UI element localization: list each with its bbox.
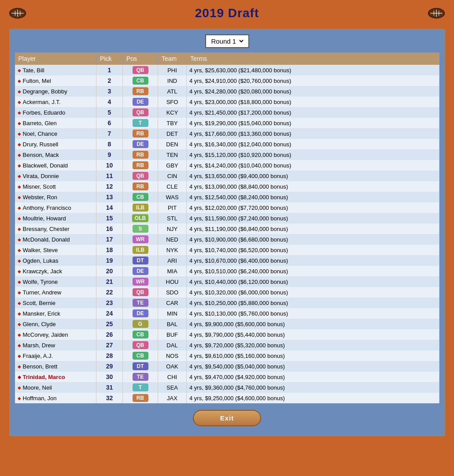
- player-name: ◆Forbes, Eduardo: [18, 109, 94, 116]
- table-row: ◆Forbes, Eduardo5QBKCY4 yrs, $21,450,000…: [15, 107, 439, 118]
- pick-number: 11: [106, 172, 113, 179]
- pick-number: 13: [106, 193, 113, 201]
- pick-cell: 31: [96, 382, 123, 393]
- pick-cell: 19: [96, 255, 123, 266]
- player-cell: ◆Scott, Bernie: [15, 298, 96, 308]
- pick-cell: 4: [96, 97, 123, 107]
- pick-number: 12: [106, 183, 113, 190]
- pick-number: 15: [106, 215, 113, 222]
- pos-cell: DE: [123, 266, 158, 276]
- table-row: ◆Noel, Chance7RBDET4 yrs, $17,660,000 ($…: [15, 128, 439, 139]
- player-cell: ◆Ogden, Lukas: [15, 255, 96, 266]
- pick-cell: 27: [96, 340, 123, 350]
- col-header-player: Player: [15, 52, 96, 65]
- team-cell: JAX: [158, 393, 187, 403]
- pick-cell: 3: [96, 86, 123, 97]
- player-name: ◆Mansker, Erick: [18, 310, 94, 317]
- diamond-icon: ◆: [18, 110, 21, 115]
- pos-cell: DT: [123, 361, 158, 372]
- table-row: ◆Ackerman, J.T.4DESFO4 yrs, $23,000,000 …: [15, 97, 439, 107]
- pick-number: 14: [106, 204, 113, 211]
- diamond-icon: ◆: [18, 195, 21, 200]
- player-cell: ◆Barreto, Glen: [15, 118, 96, 128]
- player-name: ◆McCorvey, Jaiden: [18, 331, 94, 338]
- table-row: ◆Ogden, Lukas19DTARI4 yrs, $10,670,000 (…: [15, 255, 439, 266]
- pick-cell: 25: [96, 319, 123, 329]
- football-right-icon: [428, 7, 445, 19]
- pick-cell: 23: [96, 298, 123, 308]
- terms-cell: 4 yrs, $9,540,000 ($5,040,000 bonus): [187, 361, 439, 372]
- diamond-icon: ◆: [18, 131, 21, 136]
- pos-cell: RB: [123, 86, 158, 97]
- team-cell: SFO: [158, 97, 187, 107]
- player-cell: ◆Turner, Andrew: [15, 287, 96, 298]
- terms-cell: 4 yrs, $10,900,000 ($6,680,000 bonus): [187, 234, 439, 245]
- team-cell: PIT: [158, 202, 187, 213]
- position-badge: G: [133, 320, 148, 328]
- player-name: ◆Walker, Steve: [18, 247, 94, 253]
- diamond-icon: ◆: [18, 353, 21, 358]
- pick-cell: 5: [96, 107, 123, 118]
- player-cell: ◆Walker, Steve: [15, 245, 96, 255]
- position-badge: T: [133, 119, 148, 127]
- position-badge: ILB: [133, 246, 148, 254]
- team-cell: SDO: [158, 287, 187, 298]
- table-row: ◆Misner, Scott12RBCLE4 yrs, $13,090,000 …: [15, 181, 439, 192]
- team-cell: NED: [158, 234, 187, 245]
- player-name: ◆Virata, Donnie: [18, 173, 94, 179]
- diamond-icon: ◆: [18, 227, 21, 231]
- diamond-icon: ◆: [18, 311, 21, 316]
- table-row: ◆Fraaije, A.J.28CBNOS4 yrs, $9,610,000 (…: [15, 350, 439, 361]
- terms-cell: 4 yrs, $10,320,000 ($6,000,000 bonus): [187, 287, 439, 298]
- terms-cell: 4 yrs, $13,650,000 ($9,400,000 bonus): [187, 171, 439, 181]
- pick-cell: 16: [96, 223, 123, 234]
- player-cell: ◆Krawczyk, Jack: [15, 266, 96, 276]
- team-cell: DAL: [158, 340, 187, 350]
- player-name: ◆Ackerman, J.T.: [18, 99, 94, 105]
- team-cell: BAL: [158, 319, 187, 329]
- pick-number: 27: [106, 342, 113, 349]
- team-cell: DEN: [158, 139, 187, 149]
- diamond-icon: ◆: [18, 142, 21, 147]
- pick-cell: 26: [96, 329, 123, 340]
- position-badge: QB: [133, 341, 148, 349]
- pos-cell: WR: [123, 234, 158, 245]
- table-row: ◆Turner, Andrew22QBSDO4 yrs, $10,320,000…: [15, 287, 439, 298]
- position-badge: RB: [133, 130, 148, 138]
- diamond-icon: ◆: [18, 237, 21, 242]
- exit-button[interactable]: Exit: [193, 410, 262, 426]
- position-badge: RB: [133, 151, 148, 159]
- team-cell: NJY: [158, 223, 187, 234]
- pick-number: 23: [106, 299, 113, 306]
- team-cell: DET: [158, 128, 187, 139]
- table-row: ◆Walker, Steve18ILBNYK4 yrs, $10,740,000…: [15, 245, 439, 255]
- pick-number: 18: [106, 246, 113, 253]
- position-badge: DT: [133, 362, 148, 370]
- pick-number: 28: [106, 352, 113, 359]
- pos-cell: ILB: [123, 245, 158, 255]
- pick-number: 6: [108, 119, 111, 126]
- table-row: ◆Bressany, Chester16SNJY4 yrs, $11,190,0…: [15, 223, 439, 234]
- pos-cell: CB: [123, 75, 158, 86]
- diamond-icon: ◆: [18, 343, 21, 348]
- position-badge: QB: [133, 66, 148, 74]
- terms-cell: 4 yrs, $9,470,000 ($4,920,000 bonus): [187, 372, 439, 382]
- pick-number: 7: [108, 130, 111, 137]
- player-name: ◆Webster, Ron: [18, 194, 94, 201]
- pick-cell: 12: [96, 181, 123, 192]
- team-cell: CLE: [158, 181, 187, 192]
- table-row: ◆Mansker, Erick24DEMIN4 yrs, $10,130,000…: [15, 308, 439, 319]
- pick-number: 3: [108, 88, 111, 95]
- terms-cell: 4 yrs, $9,790,000 ($5,440,000 bonus): [187, 329, 439, 340]
- diamond-icon: ◆: [18, 332, 21, 337]
- terms-cell: 4 yrs, $24,910,000 ($20,760,000 bonus): [187, 75, 439, 86]
- pick-number: 32: [106, 394, 113, 402]
- player-name: ◆Scott, Bernie: [18, 300, 94, 306]
- diamond-icon: ◆: [18, 205, 21, 210]
- diamond-icon: ◆: [18, 364, 21, 369]
- round-selector-wrapper[interactable]: Round 1Round 2Round 3Round 4Round 5Round…: [205, 34, 249, 48]
- terms-cell: 4 yrs, $9,360,000 ($4,760,000 bonus): [187, 382, 439, 393]
- player-name: ◆Ogden, Lukas: [18, 257, 94, 264]
- round-dropdown[interactable]: Round 1Round 2Round 3Round 4Round 5Round…: [210, 37, 245, 45]
- pick-number: 8: [108, 141, 111, 148]
